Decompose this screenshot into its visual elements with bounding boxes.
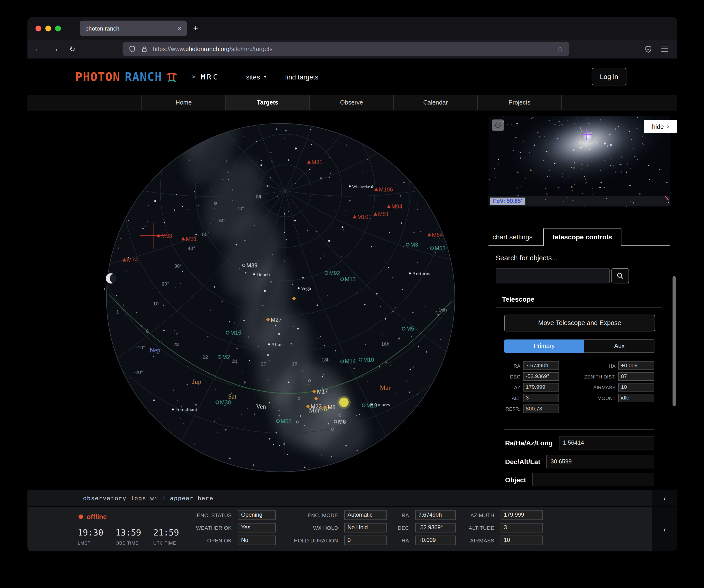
search-icon [617,272,624,280]
status-group-3: RA7.67490hDEC-52.9369°HA+0.009 [360,511,456,548]
chart-planet-sol[interactable]: Sol [320,405,329,413]
search-input[interactable] [496,269,610,283]
chevron-right-icon: › [667,123,669,130]
logo-photon: PHOTON [75,70,120,83]
site-logo[interactable]: PHOTON RANCH [75,70,178,83]
hide-preview-button[interactable]: hide › [644,120,677,133]
status-group-4: AZIMUTH179.999ALTITUDE3AIRMASS10 [445,511,543,548]
chart-planet-mer[interactable]: Mer [309,407,319,414]
connection-status: offline [78,513,107,521]
new-tab-button[interactable]: + [193,23,198,33]
svg-text:M51: M51 [378,211,389,217]
window-zoom-button[interactable] [55,25,61,31]
telescope-field-value-dec: -52.9369° [523,372,559,381]
nav-tabs: HomeTargetsObserveCalendarProjects [142,95,562,110]
telescope-field-label-az: AZ [500,385,521,390]
chart-star-arcturus[interactable]: Arcturus [409,271,430,276]
tab-telescope-controls[interactable]: telescope controls [543,229,621,246]
chart-planet-sat[interactable]: Sat [228,393,236,400]
lock-icon[interactable] [141,46,147,52]
login-button[interactable]: Log in [592,68,627,85]
svg-text:M3: M3 [410,242,418,248]
chart-sun[interactable] [339,398,349,407]
browser-tab[interactable]: photon ranch × [80,21,187,36]
recenter-target-icon[interactable] [492,119,504,131]
sites-menu[interactable]: sites ▼ [246,73,267,81]
window-minimize-button[interactable] [45,25,51,31]
coord-input-object[interactable] [532,473,654,486]
status-value-airmass: 10 [501,535,543,545]
clock-obs-time: 13:59OBS TIME [116,528,141,545]
nav-tab-observe[interactable]: Observe [310,95,394,110]
chart-planet-jup[interactable]: Jup [192,378,201,386]
forward-icon[interactable]: → [48,42,62,56]
svg-text:M30: M30 [220,399,231,405]
status-label-azimuth: AZIMUTH [445,513,494,518]
telescope-fields-left: RA7.67490hDEC-52.9369°AZ179.999ALT3REFR.… [500,361,559,415]
bookmark-star-icon[interactable]: ☆ [557,45,563,53]
logo-icon [166,71,178,83]
reload-icon[interactable]: ↻ [65,42,79,56]
nav-tab-projects[interactable]: Projects [478,95,562,110]
tab-chart-settings[interactable]: chart settings [488,229,543,245]
svg-text:20: 20 [261,361,266,366]
status-label-open-ok: OPEN OK [182,538,232,543]
back-icon[interactable]: ← [31,42,45,56]
svg-text:19: 19 [292,361,297,366]
coord-input-dec-alt-lat[interactable]: 30.6599 [546,455,654,468]
search-button[interactable] [611,269,629,283]
search-row [496,269,629,283]
telescope-field-value-alt: 3 [523,394,559,402]
svg-text:n: n [102,286,105,291]
url-bar[interactable]: https://www.photonranch.org/site/mrc/tar… [123,42,570,56]
chart-star-winnecke-4[interactable]: Winnecke 4 [349,184,373,189]
status-label-airmass: AIRMASS [445,538,494,543]
fov-label: FoV: 59.85' [490,197,525,205]
svg-text:22: 22 [202,354,208,360]
logs-collapse-button[interactable]: ‹ [652,490,677,507]
pocket-icon[interactable] [641,42,655,56]
chart-planet-nep[interactable]: Nep [150,347,160,354]
nav-tab-calendar[interactable]: Calendar [394,95,478,110]
segment-aux[interactable]: Aux [584,339,655,353]
svg-text:M17: M17 [317,389,328,395]
tracking-shield-icon[interactable] [129,45,135,53]
divider [504,429,654,430]
svg-text:M94: M94 [392,203,403,210]
telescope-field-value-ha: +0.009 [618,361,654,370]
connection-status-label: offline [86,513,107,521]
status-group-1: ENC. STATUSOpeningWEATHER OKYesOPEN OKNo [182,511,276,548]
clock-time: 19:30 [77,528,103,537]
find-targets-link[interactable]: find targets [285,73,318,81]
observatory-logs-bar: observatory logs will appear here ‹ [27,490,677,507]
screen: photon ranch × + ← → ↻ https://www.photo… [0,0,704,588]
segment-primary[interactable]: Primary [504,339,584,353]
tab-close-icon[interactable]: × [178,24,181,32]
clock-label: UTC TIME [153,540,179,545]
hide-button-label: hide [652,123,664,130]
svg-text:23: 23 [173,342,179,347]
target-preview[interactable]: FoV: 59.85' [488,116,670,207]
status-collapse-button[interactable]: ‹ [652,507,677,551]
sky-chart[interactable]: 80°70°60°50°40°30°20°10°0-10°-20°1232221… [95,112,481,490]
svg-text:M15: M15 [230,330,241,336]
svg-text:40°: 40° [188,245,195,251]
svg-text:Vega: Vega [301,285,311,291]
coord-input-ra-ha-az-long[interactable]: 1.56414 [559,436,654,449]
clock-time: 13:59 [116,528,141,537]
svg-text:80°: 80° [256,194,263,199]
menu-icon[interactable] [658,42,671,56]
nav-tab-targets[interactable]: Targets [226,95,310,110]
chart-planet-ven[interactable]: Ven [256,403,266,410]
chart-planet-mar[interactable]: Mar [380,384,391,391]
move-telescope-button[interactable]: Move Telescope and Expose [504,315,655,332]
svg-text:M8: M8 [328,404,336,410]
chart-star-fomalhaut[interactable]: Fomalhaut [172,407,197,412]
nav-tab-home[interactable]: Home [142,95,226,110]
status-label-wx-hold: WX HOLD [289,525,338,530]
window-close-button[interactable] [36,25,41,31]
breadcrumb-site-code[interactable]: MRC [201,72,219,81]
panel-scrollbar[interactable] [672,276,676,406]
main-content: 80°70°60°50°40°30°20°10°0-10°-20°1232221… [27,111,677,490]
coord-row-ra-ha-az-long: Ra/Ha/Az/Long1.56414 [505,436,654,449]
